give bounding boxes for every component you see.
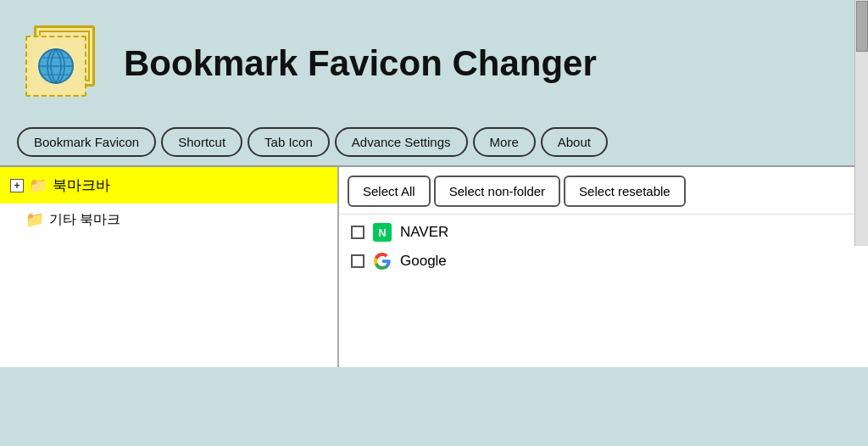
naver-checkbox[interactable]	[351, 226, 364, 239]
folder-icon-other: 📁	[25, 210, 44, 229]
naver-favicon: N	[373, 223, 392, 242]
right-panel: Select All Select non-folder Select rese…	[339, 167, 868, 367]
google-label: Google	[400, 253, 447, 270]
tab-about[interactable]: About	[541, 127, 608, 157]
tab-tab-icon[interactable]: Tab Icon	[248, 127, 330, 157]
select-all-button[interactable]: Select All	[348, 176, 431, 207]
select-resetable-button[interactable]: Select resetable	[564, 176, 686, 207]
tab-more[interactable]: More	[473, 127, 536, 157]
google-checkbox[interactable]	[351, 254, 364, 268]
main-content: + 📁 북마크바 📁 기타 북마크 Select All Select non-…	[0, 167, 868, 367]
scrollbar-thumb[interactable]	[856, 1, 868, 52]
tab-bookmark-favicon[interactable]: Bookmark Favicon	[17, 127, 156, 157]
naver-label: NAVER	[400, 224, 448, 241]
tree-panel: + 📁 북마크바 📁 기타 북마크	[0, 167, 339, 367]
tree-item-other-bookmarks[interactable]: 📁 기타 북마크	[0, 203, 337, 236]
bookmark-list: N NAVER Google	[339, 215, 868, 279]
tab-advance-settings[interactable]: Advance Settings	[335, 127, 468, 157]
google-favicon	[373, 252, 392, 270]
action-buttons: Select All Select non-folder Select rese…	[339, 167, 868, 215]
nav-bar: Bookmark Favicon Shortcut Tab Icon Advan…	[0, 119, 868, 157]
bookmark-item-google[interactable]: Google	[348, 247, 860, 276]
tree-item-bookmarks-bar[interactable]: + 📁 북마크바	[0, 167, 337, 203]
folder-icon: 📁	[29, 176, 47, 195]
app-logo	[25, 25, 110, 102]
scrollbar[interactable]	[854, 0, 868, 246]
tree-item-other-bookmarks-label: 기타 북마크	[49, 211, 120, 229]
tree-item-bookmarks-bar-label: 북마크바	[53, 176, 110, 195]
tab-shortcut[interactable]: Shortcut	[161, 127, 242, 157]
globe-icon	[36, 46, 76, 86]
expand-icon[interactable]: +	[10, 179, 24, 192]
bookmark-item-naver[interactable]: N NAVER	[348, 218, 860, 247]
header: Bookmark Favicon Changer	[0, 0, 868, 119]
logo-stamp-front	[25, 36, 86, 97]
app-title: Bookmark Favicon Changer	[124, 43, 597, 84]
select-non-folder-button[interactable]: Select non-folder	[434, 176, 560, 207]
